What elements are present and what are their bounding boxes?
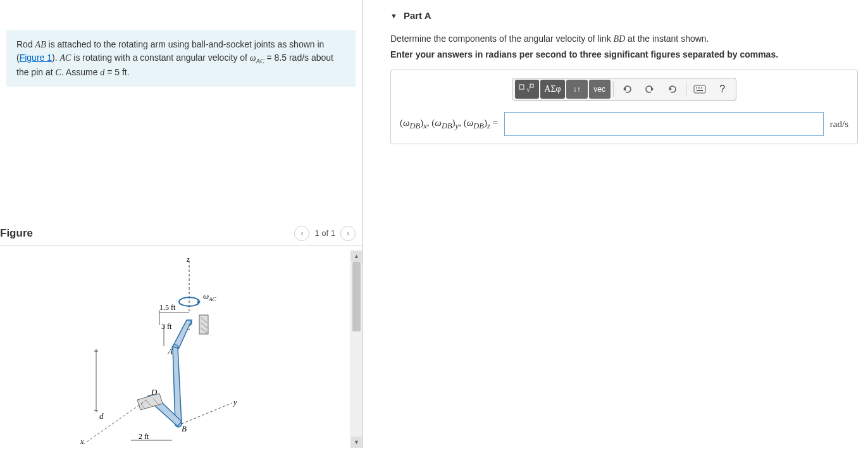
left-column: Rod AB is attached to the rotating arm u… bbox=[0, 0, 363, 448]
subscript-button[interactable]: ↓↑ bbox=[566, 80, 588, 99]
greek-button[interactable]: ΑΣφ bbox=[540, 80, 564, 99]
answer-frame: √ ΑΣφ ↓↑ vec bbox=[390, 70, 858, 144]
answer-input-row: (ωDB)x, (ωDB)y, (ωDB)z = rad/s bbox=[400, 112, 848, 136]
problem-statement: Rod AB is attached to the rotating arm u… bbox=[6, 30, 356, 87]
svg-text:1.5 ft: 1.5 ft bbox=[159, 303, 176, 312]
svg-marker-17 bbox=[173, 320, 192, 348]
figure-pager: ‹ 1 of 1 › bbox=[294, 226, 356, 241]
keyboard-button[interactable] bbox=[689, 80, 710, 99]
collapse-icon[interactable]: ▼ bbox=[390, 12, 397, 20]
omega: ω bbox=[250, 53, 256, 63]
svg-text:3 ft: 3 ft bbox=[161, 322, 172, 331]
instruction-1: Determine the components of the angular … bbox=[390, 34, 858, 44]
answer-input[interactable] bbox=[504, 112, 824, 136]
svg-text:ω: ω bbox=[203, 291, 209, 300]
text: . Assume bbox=[61, 67, 100, 77]
template-button[interactable]: √ bbox=[515, 80, 539, 99]
figure-pager-text: 1 of 1 bbox=[314, 228, 335, 238]
svg-line-32 bbox=[84, 400, 147, 444]
part-header[interactable]: ▼ Part A bbox=[390, 10, 858, 21]
svg-text:x: x bbox=[80, 437, 84, 444]
answer-prompt: (ωDB)x, (ωDB)y, (ωDB)z = bbox=[400, 118, 498, 131]
svg-marker-45 bbox=[669, 87, 672, 90]
keyboard-icon bbox=[693, 85, 706, 94]
svg-point-47 bbox=[696, 87, 697, 89]
svg-rect-40 bbox=[519, 85, 524, 89]
figure-scrollbar[interactable]: ▲ ▼ bbox=[350, 251, 362, 448]
scroll-down-icon[interactable]: ▼ bbox=[351, 436, 362, 448]
right-column: ▼ Part A Determine the components of the… bbox=[363, 0, 868, 448]
svg-text:2 ft: 2 ft bbox=[139, 432, 149, 441]
answer-unit: rad/s bbox=[830, 119, 848, 130]
figure-header: Figure ‹ 1 of 1 › bbox=[0, 226, 362, 245]
svg-rect-42 bbox=[530, 84, 533, 87]
svg-text:AC: AC bbox=[208, 296, 216, 302]
rod-ab: AB bbox=[35, 40, 46, 49]
figure-link[interactable]: Figure 1 bbox=[20, 53, 52, 63]
svg-point-48 bbox=[698, 87, 700, 89]
help-button[interactable]: ? bbox=[712, 80, 733, 99]
svg-line-30 bbox=[182, 403, 232, 424]
text: = 5 ft. bbox=[104, 67, 129, 77]
undo-button[interactable] bbox=[616, 80, 638, 99]
svg-text:B: B bbox=[182, 424, 187, 433]
undo-icon bbox=[622, 84, 632, 94]
text: is rotating with a constant angular velo… bbox=[71, 53, 249, 63]
text: Rod bbox=[16, 39, 35, 49]
equation-toolbar: √ ΑΣφ ↓↑ vec bbox=[512, 78, 736, 101]
svg-point-49 bbox=[701, 87, 702, 89]
instruction-2: Enter your answers in radians per second… bbox=[390, 49, 858, 59]
figure-title: Figure bbox=[0, 227, 33, 240]
vec-button[interactable]: vec bbox=[589, 80, 611, 99]
c: C bbox=[56, 68, 61, 77]
figure-next-button[interactable]: › bbox=[340, 226, 356, 241]
redo-button[interactable] bbox=[639, 80, 660, 99]
reset-icon bbox=[667, 84, 678, 94]
svg-text:y: y bbox=[233, 398, 237, 407]
ac: AC bbox=[59, 53, 71, 63]
part-title: Part A bbox=[404, 10, 431, 21]
figure-body: z ω AC 1.5 ft bbox=[0, 245, 362, 448]
svg-text:z: z bbox=[186, 255, 190, 264]
svg-rect-50 bbox=[697, 90, 703, 91]
figure-image: z ω AC 1.5 ft bbox=[0, 251, 350, 448]
omega-sub: AC bbox=[256, 58, 264, 65]
scroll-up-icon[interactable]: ▲ bbox=[351, 251, 362, 262]
svg-text:A: A bbox=[167, 347, 173, 356]
scroll-track[interactable] bbox=[351, 262, 362, 436]
reset-button[interactable] bbox=[662, 80, 683, 99]
figure-prev-button[interactable]: ‹ bbox=[294, 226, 309, 241]
scroll-thumb[interactable] bbox=[352, 262, 361, 331]
svg-rect-46 bbox=[694, 85, 705, 93]
mechanism-diagram: z ω AC 1.5 ft bbox=[49, 254, 302, 444]
svg-text:d: d bbox=[99, 411, 104, 421]
text: ). bbox=[52, 53, 59, 63]
svg-marker-20 bbox=[173, 347, 182, 425]
redo-icon bbox=[645, 84, 655, 94]
